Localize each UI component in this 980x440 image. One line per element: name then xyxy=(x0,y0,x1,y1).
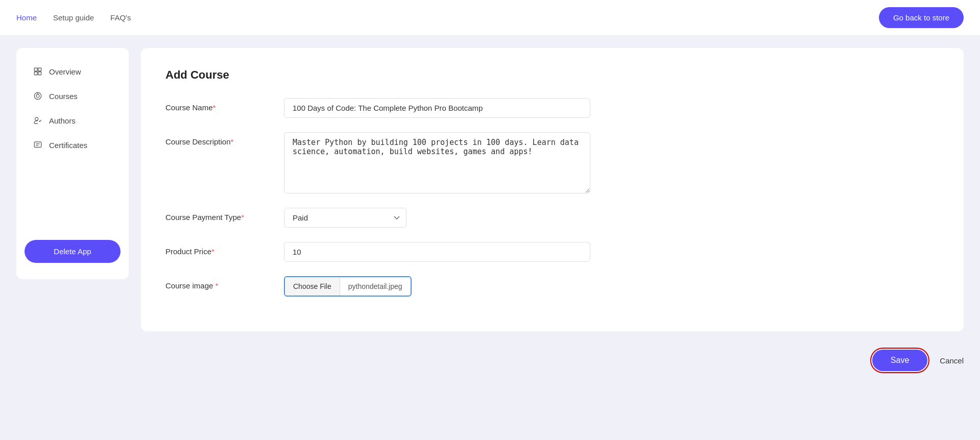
form-card: Add Course Course Name* Course Descripti… xyxy=(141,48,964,331)
sidebar-certificates-label: Certificates xyxy=(49,141,87,150)
nav-links: Home Setup guide FAQ's xyxy=(16,13,131,22)
main-layout: Overview Courses Authors Certificates De… xyxy=(0,36,980,440)
nav-faqs[interactable]: FAQ's xyxy=(110,13,131,22)
file-input-wrapper: Choose File pythondetail.jpeg xyxy=(284,276,412,297)
svg-rect-2 xyxy=(34,72,37,75)
sidebar-courses-label: Courses xyxy=(49,92,78,101)
sidebar-item-certificates[interactable]: Certificates xyxy=(25,134,121,156)
action-bar: Save Cancel xyxy=(141,339,964,381)
course-image-label: Course image * xyxy=(165,276,268,290)
courses-icon xyxy=(33,91,43,101)
course-name-row: Course Name* xyxy=(165,98,939,118)
course-name-input[interactable] xyxy=(284,98,590,118)
delete-app-button[interactable]: Delete App xyxy=(25,240,121,263)
sidebar: Overview Courses Authors Certificates De… xyxy=(16,48,129,279)
product-price-row: Product Price* xyxy=(165,242,939,262)
overview-icon xyxy=(33,66,43,77)
file-name-display: pythondetail.jpeg xyxy=(340,277,411,296)
certificates-icon xyxy=(33,140,43,150)
save-button[interactable]: Save xyxy=(872,350,927,371)
product-price-label: Product Price* xyxy=(165,242,268,256)
course-description-input[interactable]: Master Python by building 100 projects i… xyxy=(284,132,590,193)
svg-point-7 xyxy=(35,117,38,120)
nav-home[interactable]: Home xyxy=(16,13,37,22)
go-back-button[interactable]: Go back to store xyxy=(879,7,964,28)
course-payment-type-label: Course Payment Type* xyxy=(165,208,268,222)
authors-icon xyxy=(33,115,43,126)
svg-rect-1 xyxy=(38,68,41,71)
course-description-label: Course Description* xyxy=(165,132,268,146)
svg-point-5 xyxy=(36,94,39,97)
save-button-wrapper: Save xyxy=(870,348,929,373)
content-area: Add Course Course Name* Course Descripti… xyxy=(141,48,964,428)
sidebar-item-overview[interactable]: Overview xyxy=(25,60,121,83)
svg-rect-0 xyxy=(34,68,37,71)
course-payment-type-row: Course Payment Type* Free Paid xyxy=(165,208,939,228)
form-title: Add Course xyxy=(165,68,939,82)
svg-rect-8 xyxy=(34,142,41,148)
product-price-input[interactable] xyxy=(284,242,590,262)
course-description-row: Course Description* Master Python by bui… xyxy=(165,132,939,193)
svg-rect-3 xyxy=(38,72,41,75)
top-nav: Home Setup guide FAQ's Go back to store xyxy=(0,0,980,36)
course-name-label: Course Name* xyxy=(165,98,268,112)
course-image-row: Course image * Choose File pythondetail.… xyxy=(165,276,939,297)
cancel-link[interactable]: Cancel xyxy=(940,356,964,365)
sidebar-item-authors[interactable]: Authors xyxy=(25,109,121,132)
sidebar-authors-label: Authors xyxy=(49,116,76,125)
sidebar-item-courses[interactable]: Courses xyxy=(25,85,121,107)
course-payment-type-select[interactable]: Free Paid xyxy=(284,208,407,228)
sidebar-overview-label: Overview xyxy=(49,67,81,76)
nav-setup-guide[interactable]: Setup guide xyxy=(53,13,94,22)
choose-file-button[interactable]: Choose File xyxy=(285,277,340,296)
